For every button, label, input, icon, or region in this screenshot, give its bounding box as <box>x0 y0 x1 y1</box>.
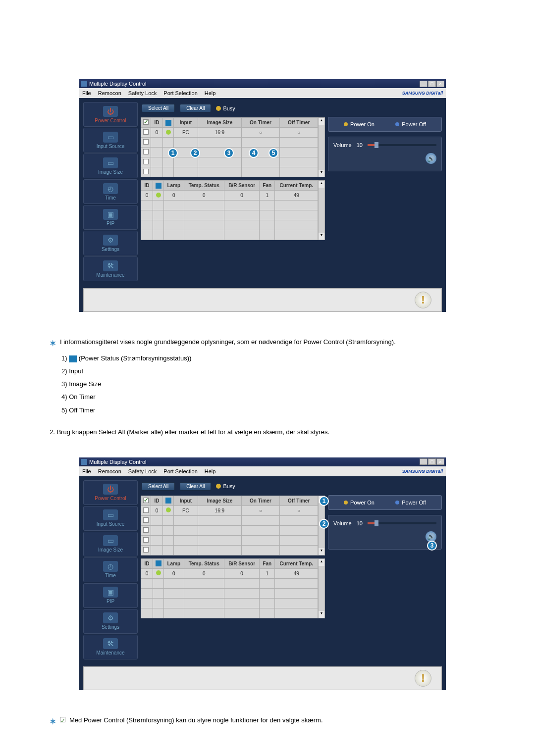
sidebar-item-maintenance[interactable]: 🛠Maintenance <box>83 635 138 659</box>
table-row[interactable] <box>141 201 318 210</box>
status-bar: ! <box>83 288 442 312</box>
info-grid-top: ID Input Image Size On Timer Off Timer 0… <box>141 496 318 555</box>
power-box: Power On Power Off <box>328 117 442 132</box>
menu-remocon[interactable]: Remocon <box>98 468 121 474</box>
maximize-icon[interactable]: □ <box>428 81 436 87</box>
col-br-sensor: B/R Sensor <box>224 181 260 191</box>
sidebar-item-image-size[interactable]: ▭Image Size <box>83 153 138 178</box>
power-status-icon <box>69 355 77 362</box>
volume-slider[interactable] <box>368 144 436 146</box>
sidebar-item-pip[interactable]: ▣PIP <box>83 583 138 608</box>
col-power-icon <box>153 181 164 191</box>
close-icon[interactable]: × <box>436 81 444 87</box>
menu-port-selection[interactable]: Port Selection <box>163 90 197 96</box>
table-row[interactable] <box>141 535 318 545</box>
menu-help[interactable]: Help <box>205 468 216 474</box>
table-row[interactable] <box>141 578 318 588</box>
table-row[interactable]: 0 PC 16:9 ○ ○ <box>141 505 318 515</box>
table-row[interactable] <box>141 608 318 618</box>
menu-file[interactable]: File <box>82 90 91 96</box>
sidebar-item-pip[interactable]: ▣PIP <box>83 205 138 230</box>
volume-value: 10 <box>357 520 363 526</box>
sidebar-item-power-control[interactable]: ⏻Power Control <box>83 102 138 127</box>
row-checkbox[interactable] <box>143 507 149 513</box>
info-icon: ! <box>415 292 431 308</box>
sidebar-item-input-source[interactable]: ▭Input Source <box>83 506 138 531</box>
sidebar-item-label: Image Size <box>98 169 123 175</box>
sidebar-item-settings[interactable]: ⚙Settings <box>83 609 138 634</box>
sidebar-item-time[interactable]: ◴Time <box>83 557 138 582</box>
menu-bar: File Remocon Safety Lock Port Selection … <box>79 88 446 98</box>
minimize-icon[interactable]: _ <box>420 458 428 465</box>
power-off-button[interactable]: Power Off <box>395 121 426 127</box>
power-col-icon <box>165 498 171 504</box>
menu-safety-lock[interactable]: Safety Lock <box>128 90 157 96</box>
sidebar-item-maintenance[interactable]: 🛠Maintenance <box>83 256 138 281</box>
menu-remocon[interactable]: Remocon <box>98 90 121 96</box>
table-row[interactable] <box>141 515 318 525</box>
speaker-icon[interactable]: 🔊 <box>426 153 436 164</box>
close-icon[interactable]: × <box>436 458 444 465</box>
minimize-icon[interactable]: _ <box>420 81 428 87</box>
power-off-dot-icon <box>395 122 399 126</box>
select-all-button[interactable]: Select All <box>142 104 175 112</box>
col-id: ID <box>151 118 163 128</box>
callout-badge-1: 1 <box>168 148 178 158</box>
title-bar: Multiple Display Control _ □ × <box>79 457 446 466</box>
power-on-button[interactable]: Power On <box>344 121 374 127</box>
title-bar: Multiple Display Control _ □ × <box>79 79 446 88</box>
select-all-button[interactable]: Select All <box>142 482 175 491</box>
table-row[interactable] <box>141 588 318 598</box>
scrollbar[interactable]: ▴▾ <box>318 117 325 177</box>
power-status-dot <box>166 130 171 135</box>
power-off-dot-icon <box>395 501 399 504</box>
text-block-2: ✶ Med Power Control (Strømforsyning) kan… <box>50 715 485 728</box>
maximize-icon[interactable]: □ <box>428 458 436 465</box>
scrollbar[interactable]: ▴▾ <box>318 558 325 618</box>
text-block-1: ✶ I informationsgitteret vises nogle gru… <box>50 337 485 438</box>
brand-label: SAMSUNG DIGITall <box>402 91 443 96</box>
menu-file[interactable]: File <box>82 468 91 474</box>
table-row[interactable] <box>141 220 318 230</box>
star-icon: ✶ <box>50 715 56 728</box>
clear-all-button[interactable]: Clear All <box>180 104 211 112</box>
wrench-icon: 🛠 <box>103 260 118 271</box>
table-row[interactable] <box>141 230 318 240</box>
menu-bar: File Remocon Safety Lock Port Selection … <box>79 466 446 476</box>
volume-slider[interactable] <box>368 522 436 524</box>
sidebar-item-time[interactable]: ◴Time <box>83 179 138 204</box>
row-checkbox[interactable] <box>143 129 149 135</box>
power-col-icon <box>156 560 161 566</box>
para-2: 2. Brug knappen Select All (Marker alle)… <box>50 427 485 438</box>
sidebar-item-input-source[interactable]: ▭Input Source <box>83 128 138 152</box>
menu-port-selection[interactable]: Port Selection <box>163 468 197 474</box>
menu-safety-lock[interactable]: Safety Lock <box>128 468 157 474</box>
table-row[interactable] <box>141 167 318 177</box>
power-icon: ⏻ <box>103 484 118 495</box>
sidebar-item-image-size[interactable]: ▭Image Size <box>83 532 138 556</box>
power-box: Power On Power Off <box>328 495 442 510</box>
col-fan: Fan <box>260 181 275 191</box>
header-checkbox[interactable] <box>143 498 149 503</box>
table-row[interactable]: 0 PC 16:9 ○ ○ <box>141 128 318 138</box>
table-row[interactable]: 0 0 0 0 1 49 <box>141 191 318 201</box>
volume-label: Volume <box>333 142 352 148</box>
table-row[interactable] <box>141 210 318 220</box>
app-icon <box>81 81 87 87</box>
col-checkbox[interactable] <box>141 118 151 128</box>
col-input: Input <box>174 118 198 128</box>
table-row[interactable] <box>141 598 318 608</box>
table-row[interactable] <box>141 138 318 148</box>
sidebar-item-settings[interactable]: ⚙Settings <box>83 231 138 255</box>
power-on-button[interactable]: Power On <box>344 500 374 505</box>
table-row[interactable] <box>141 545 318 555</box>
clear-all-button[interactable]: Clear All <box>180 482 211 491</box>
table-row[interactable]: 0 0 0 0 1 49 <box>141 568 318 578</box>
menu-help[interactable]: Help <box>205 90 216 96</box>
scrollbar[interactable]: ▴▾ <box>318 180 325 240</box>
table-row[interactable] <box>141 525 318 535</box>
table-row[interactable] <box>141 157 318 167</box>
power-off-button[interactable]: Power Off <box>395 500 426 505</box>
power-status-dot <box>166 507 171 512</box>
sidebar-item-power-control[interactable]: ⏻Power Control <box>83 480 138 505</box>
